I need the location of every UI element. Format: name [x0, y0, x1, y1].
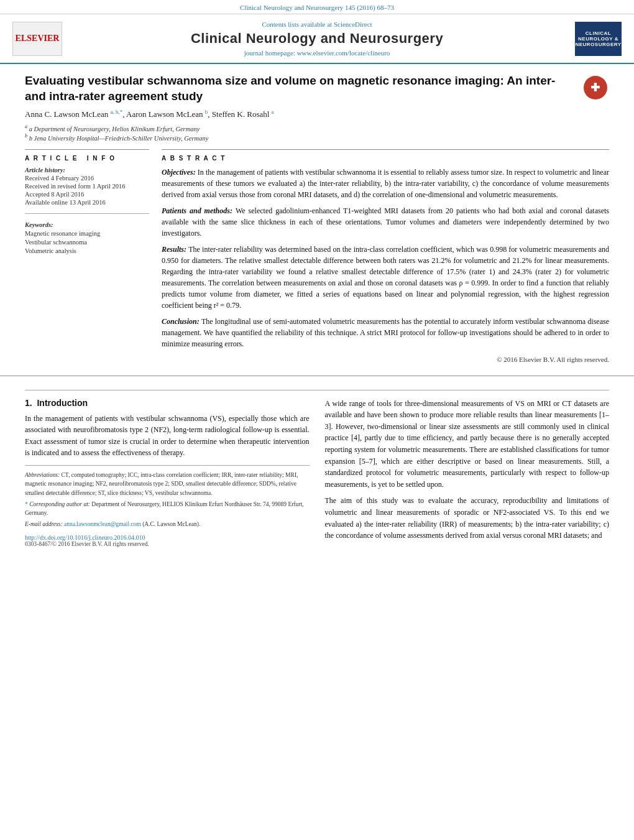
email-address[interactable]: anna.lawsonmclean@gmail.com	[64, 521, 141, 527]
abbrev-label: Abbreviations:	[25, 472, 61, 478]
body-two-col: 1. Introduction In the management of pat…	[25, 398, 609, 547]
affiliation-a: a a Department of Neurosurgery, Helios K…	[25, 124, 609, 132]
homepage-line: journal homepage: www.elsevier.com/locat…	[68, 49, 566, 57]
affiliation-b: b b Jena University Hospital—Friedrich-S…	[25, 133, 609, 142]
authors-line: Anna C. Lawson McLean a, b,*, Aaron Laws…	[25, 109, 609, 119]
online-date: Available online 13 April 2016	[25, 199, 149, 206]
journal-logo: CLINICALNEUROLOGY &NEUROSURGERY	[566, 22, 622, 56]
left-col: A R T I C L E I N F O Article history: R…	[25, 149, 149, 363]
received-date: Received 4 February 2016	[25, 175, 149, 182]
keyword-3: Volumetric analysis	[25, 247, 149, 254]
article-history: Article history: Received 4 February 201…	[25, 167, 149, 206]
divider-1	[25, 213, 149, 214]
journal-citation: Clinical Neurology and Neurosurgery 145 …	[240, 4, 394, 11]
abstract-patients: Patients and methods: We selected gadoli…	[162, 205, 609, 239]
abstract-conclusion: Conclusion: The longitudinal use of semi…	[162, 316, 609, 349]
email-label: E-mail address:	[25, 521, 64, 527]
history-label: Article history:	[25, 167, 65, 173]
conclusion-label: Conclusion:	[162, 317, 201, 326]
conclusion-text: The longitudinal use of semi-automated v…	[162, 317, 609, 348]
crossmark: ✚	[581, 73, 609, 101]
body-left: 1. Introduction In the management of pat…	[25, 398, 310, 547]
contents-available: Contents lists available at ScienceDirec…	[68, 21, 566, 28]
from-text: from	[470, 531, 484, 540]
and-text: and	[591, 531, 602, 540]
body-content: 1. Introduction In the management of pat…	[0, 376, 634, 560]
sciencedirect-link[interactable]: ScienceDirect	[334, 21, 372, 28]
objectives-text: In the management of patients with vesti…	[162, 168, 609, 199]
section-title: 1. Introduction	[25, 398, 310, 408]
footnotes-section: Abbreviations: CT, computed tomography; …	[25, 465, 310, 547]
abbrev-text: CT, computed tomography; ICC, intra-clas…	[25, 472, 298, 496]
abstract-objectives: Objectives: In the management of patient…	[162, 167, 609, 200]
article-info-label: A R T I C L E I N F O	[25, 155, 149, 162]
article-title-section: Evaluating vestibular schwannoma size an…	[25, 73, 609, 104]
body-right: A wide range of tools for three-dimensio…	[325, 398, 610, 547]
keywords-label: Keywords:	[25, 221, 53, 228]
objectives-label: Objectives:	[162, 168, 198, 177]
corresponding-note: * Corresponding author at: Department of…	[25, 500, 310, 518]
doi-line[interactable]: http://dx.doi.org/10.1016/j.clineuro.201…	[25, 534, 310, 541]
top-bar: Clinical Neurology and Neurosurgery 145 …	[0, 0, 634, 14]
results-text: The inter-rater reliability was determin…	[162, 245, 609, 310]
abstract-label: A B S T R A C T	[162, 155, 609, 162]
abbreviations: Abbreviations: CT, computed tomography; …	[25, 471, 310, 497]
intro-para3: The aim of this study was to evaluate th…	[325, 495, 610, 541]
body-divider	[25, 390, 609, 390]
elsevier-logo: ELSEVIER	[12, 22, 68, 56]
homepage-link[interactable]: www.elsevier.com/locate/clineuro	[297, 49, 390, 57]
email-note: E-mail address: anna.lawsonmclean@gmail.…	[25, 520, 310, 528]
results-label: Results:	[162, 245, 188, 254]
corresponding-label: Corresponding author at:	[29, 501, 91, 507]
intro-para2: A wide range of tools for three-dimensio…	[325, 398, 610, 491]
accepted-date: Accepted 8 April 2016	[25, 191, 149, 198]
copyright-line: © 2016 Elsevier B.V. All rights reserved…	[162, 356, 609, 363]
journal-center: Contents lists available at ScienceDirec…	[68, 21, 566, 57]
intro-para1: In the management of patients with vesti…	[25, 413, 310, 459]
abstract-results: Results: The inter-rater reliability was…	[162, 244, 609, 311]
keywords-block: Keywords: Magnetic resonance imaging Ves…	[25, 221, 149, 254]
right-col: A B S T R A C T Objectives: In the manag…	[162, 149, 609, 363]
main-content: Evaluating vestibular schwannoma size an…	[0, 64, 634, 376]
revised-date: Received in revised form 1 April 2016	[25, 183, 149, 190]
issn-line: 0303-8467/© 2016 Elsevier B.V. All right…	[25, 541, 310, 547]
crossmark-icon: ✚	[584, 76, 607, 99]
keyword-2: Vestibular schwannoma	[25, 239, 149, 246]
patients-label: Patients and methods:	[162, 206, 236, 215]
email-author: (A.C. Lawson McLean).	[142, 521, 200, 527]
journal-title: Clinical Neurology and Neurosurgery	[68, 30, 566, 47]
article-title: Evaluating vestibular schwannoma size an…	[25, 73, 572, 104]
two-col-section: A R T I C L E I N F O Article history: R…	[25, 149, 609, 363]
journal-header: ELSEVIER Contents lists available at Sci…	[0, 14, 634, 64]
keyword-1: Magnetic resonance imaging	[25, 230, 149, 237]
